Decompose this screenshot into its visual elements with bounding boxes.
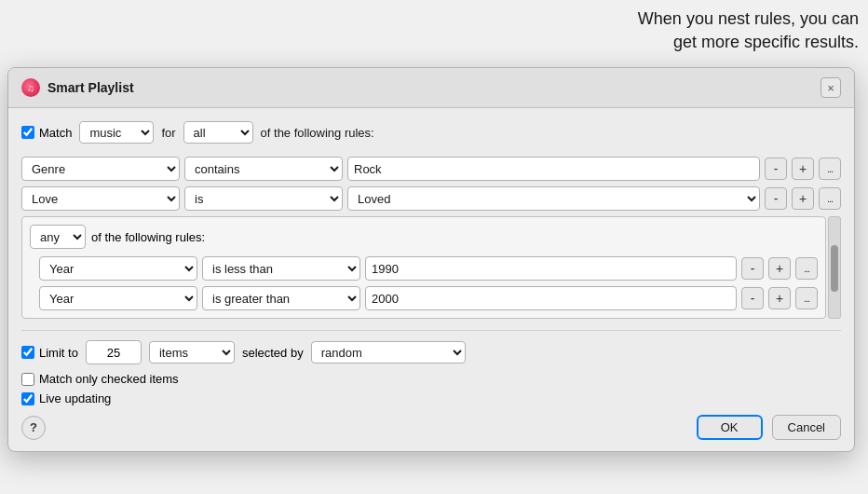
limit-row: Limit to items MB GB hours minutes selec… (21, 340, 841, 364)
limit-label: Limit to (39, 346, 78, 360)
year2-value-input[interactable] (365, 286, 737, 310)
genre-value-input[interactable] (347, 157, 760, 181)
help-button[interactable]: ? (21, 416, 46, 440)
smart-playlist-dialog: ♫ Smart Playlist × Match music for all a… (7, 67, 855, 452)
live-updating-row: Live updating (21, 391, 841, 405)
match-checkbox-label[interactable]: Match (21, 126, 72, 140)
year1-ellipsis-button[interactable]: ... (795, 257, 818, 280)
table-row: Year is greater than - + ... (30, 286, 818, 310)
love-minus-button[interactable]: - (765, 187, 787, 210)
rules-area: Genre contains - + ... Love is Lo (21, 157, 841, 319)
title-bar: ♫ Smart Playlist × (8, 68, 854, 108)
year1-value-input[interactable] (365, 256, 737, 281)
match-only-checked-checkbox[interactable] (21, 373, 34, 386)
nested-rule-group: any all none of the following rules: Yea… (21, 216, 841, 319)
year2-minus-button[interactable]: - (741, 287, 764, 309)
top-description: When you nest rules, you can get more sp… (638, 7, 859, 54)
match-field-select[interactable]: music (79, 121, 154, 144)
live-updating-text: Live updating (39, 391, 111, 405)
top-line2: get more specific results. (638, 31, 859, 54)
buttons-row: ? OK Cancel (21, 415, 841, 440)
year2-plus-button[interactable]: + (768, 287, 791, 309)
genre-condition-select[interactable]: contains (184, 157, 343, 181)
love-plus-button[interactable]: + (792, 187, 814, 210)
bottom-area: Limit to items MB GB hours minutes selec… (21, 330, 841, 440)
year2-field-select[interactable]: Year (39, 286, 197, 310)
close-button[interactable]: × (821, 77, 841, 98)
year1-condition-select[interactable]: is less than (202, 256, 360, 281)
ok-button[interactable]: OK (697, 415, 763, 440)
year2-ellipsis-button[interactable]: ... (795, 287, 818, 309)
match-only-checked-row: Match only checked items (21, 372, 841, 386)
selected-by-label: selected by (242, 346, 304, 360)
for-label: for (161, 126, 175, 140)
limit-value-input[interactable] (86, 340, 142, 364)
cancel-button[interactable]: Cancel (772, 415, 841, 440)
selected-by-select[interactable]: random album artist genre highest rating… (311, 341, 466, 364)
genre-plus-button[interactable]: + (792, 158, 814, 180)
match-only-checked-label[interactable]: Match only checked items (21, 372, 179, 386)
match-checkbox[interactable] (21, 126, 34, 139)
match-only-checked-text: Match only checked items (39, 372, 179, 386)
live-updating-checkbox[interactable] (21, 392, 34, 405)
dialog-title: Smart Playlist (47, 80, 134, 95)
table-row: Love is Loved - + ... (21, 186, 841, 211)
genre-field-select[interactable]: Genre (21, 157, 180, 181)
genre-minus-button[interactable]: - (765, 158, 787, 180)
year1-plus-button[interactable]: + (768, 257, 791, 280)
love-condition-select[interactable]: is (184, 186, 343, 211)
limit-checkbox[interactable] (21, 346, 34, 359)
title-bar-left: ♫ Smart Playlist (21, 78, 134, 97)
live-updating-label[interactable]: Live updating (21, 391, 111, 405)
limit-checkbox-label[interactable]: Limit to (21, 346, 78, 360)
love-value-select[interactable]: Loved (347, 186, 760, 211)
nested-container: any all none of the following rules: Yea… (21, 216, 826, 319)
nested-rules: Year is less than - + ... (30, 256, 818, 310)
table-row: Year is less than - + ... (30, 256, 818, 281)
nested-header: any all none of the following rules: (30, 225, 818, 249)
table-row: Genre contains - + ... (21, 157, 841, 181)
year2-condition-select[interactable]: is greater than (202, 286, 360, 310)
all-select[interactable]: all any none (183, 121, 253, 144)
match-label: Match (39, 126, 72, 140)
match-row: Match music for all any none of the foll… (21, 121, 841, 144)
year1-minus-button[interactable]: - (741, 257, 764, 280)
love-field-select[interactable]: Love (21, 186, 180, 211)
dialog-body: Match music for all any none of the foll… (8, 108, 854, 451)
nested-following-label: of the following rules: (91, 230, 205, 244)
love-ellipsis-button[interactable]: ... (819, 187, 841, 210)
top-line1: When you nest rules, you can (638, 7, 859, 31)
nested-match-select[interactable]: any all none (30, 225, 86, 249)
items-select[interactable]: items MB GB hours minutes (149, 341, 235, 364)
nested-scrollbar[interactable] (828, 216, 841, 319)
genre-ellipsis-button[interactable]: ... (819, 158, 841, 180)
following-rules-label: of the following rules: (261, 126, 374, 140)
itunes-icon: ♫ (21, 78, 40, 97)
dialog-buttons: OK Cancel (697, 415, 841, 440)
nested-scrollbar-thumb (831, 245, 838, 292)
year1-field-select[interactable]: Year (39, 256, 197, 281)
